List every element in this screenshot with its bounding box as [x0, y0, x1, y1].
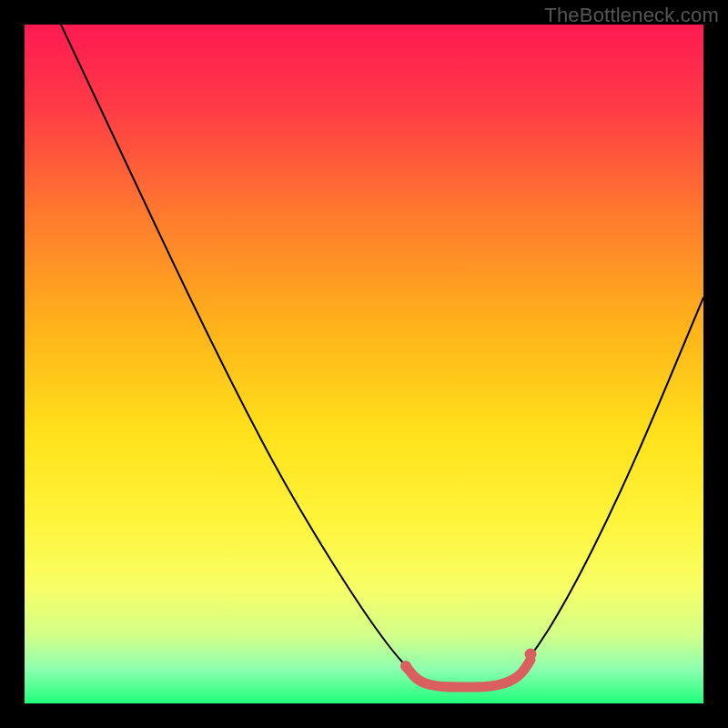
chart-frame: TheBottleneck.com — [0, 0, 728, 728]
gradient-background — [25, 25, 703, 703]
plot-area — [25, 25, 703, 703]
chart-svg — [25, 25, 703, 703]
valley-left-dot — [400, 661, 411, 672]
watermark-text: TheBottleneck.com — [544, 4, 719, 27]
valley-right-dot — [525, 649, 537, 661]
